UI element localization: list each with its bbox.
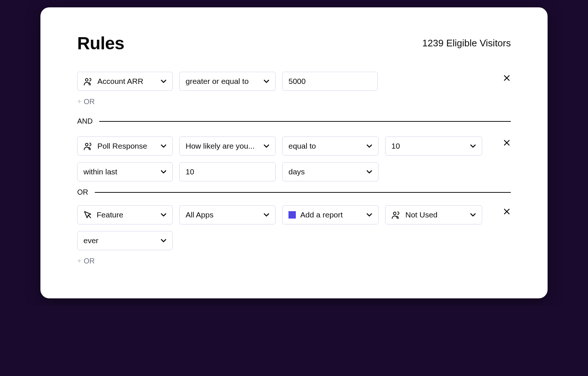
chevron-down-icon — [470, 144, 476, 148]
people-icon — [83, 77, 93, 85]
field-label: Feature — [97, 210, 156, 219]
chevron-down-icon — [161, 79, 166, 83]
svg-point-2 — [86, 79, 88, 81]
or-label: OR — [84, 257, 95, 265]
feature-selector[interactable]: Add a report — [282, 205, 379, 224]
field-selector[interactable]: Account ARR — [77, 72, 173, 91]
rules-card: Rules 1239 Eligible Visitors Account ARR… — [40, 7, 548, 298]
svg-point-5 — [86, 143, 88, 146]
remove-rule-button[interactable] — [503, 207, 511, 216]
close-icon — [503, 207, 511, 216]
or-divider: OR — [77, 188, 511, 196]
chevron-down-icon — [161, 144, 166, 148]
value-input[interactable]: 5000 — [282, 72, 378, 91]
operator-label: greater or equal to — [186, 77, 259, 86]
time-op-label: within last — [83, 167, 156, 176]
rule-group-2a: Poll Response How likely are you... equa… — [77, 136, 511, 181]
svg-line-8 — [88, 215, 91, 218]
cursor-icon — [83, 210, 92, 219]
time-value-input[interactable]: 10 — [179, 162, 276, 181]
and-divider: AND — [77, 117, 511, 125]
rule-row: Feature All Apps Add a report — [77, 205, 511, 224]
close-icon — [503, 74, 511, 82]
remove-rule-button[interactable] — [503, 139, 511, 147]
or-label: OR — [84, 97, 95, 106]
status-selector[interactable]: Not Used — [385, 205, 482, 224]
chevron-down-icon — [161, 213, 166, 217]
rule-group-1: Account ARR greater or equal to 5000 + O… — [77, 72, 511, 106]
scope-label: All Apps — [186, 210, 259, 219]
or-label: OR — [77, 188, 88, 196]
add-or-button[interactable]: + OR — [77, 97, 511, 106]
chevron-down-icon — [366, 144, 372, 148]
field-selector[interactable]: Feature — [77, 205, 173, 224]
visitors-count: 1239 Eligible Visitors — [422, 38, 511, 49]
rule-row: within last 10 days — [77, 162, 511, 181]
feature-label: Add a report — [300, 210, 362, 219]
field-label: Poll Response — [97, 142, 156, 150]
page-title: Rules — [77, 33, 124, 53]
chevron-down-icon — [366, 170, 372, 174]
time-value-label: 10 — [186, 167, 269, 176]
time-unit-selector[interactable]: days — [282, 162, 379, 181]
operator-label: equal to — [288, 142, 362, 150]
svg-point-9 — [394, 212, 396, 215]
question-label: How likely are you... — [186, 142, 259, 150]
value-label: 10 — [391, 142, 466, 150]
time-op-label: ever — [83, 236, 156, 245]
status-label: Not Used — [405, 210, 466, 219]
field-selector[interactable]: Poll Response — [77, 136, 173, 156]
plus-icon: + — [77, 257, 82, 265]
chevron-down-icon — [470, 213, 476, 217]
people-icon — [83, 142, 93, 150]
people-icon — [391, 211, 401, 219]
chevron-down-icon — [263, 144, 269, 148]
close-icon — [503, 139, 511, 147]
chevron-down-icon — [161, 170, 166, 174]
chevron-down-icon — [263, 213, 269, 217]
question-selector[interactable]: How likely are you... — [179, 136, 276, 156]
remove-rule-button[interactable] — [503, 74, 511, 82]
plus-icon: + — [77, 97, 82, 106]
value-label: 5000 — [288, 77, 372, 86]
header: Rules 1239 Eligible Visitors — [77, 33, 511, 53]
chevron-down-icon — [366, 213, 372, 217]
rule-row: Account ARR greater or equal to 5000 — [77, 72, 511, 91]
divider-line — [95, 192, 511, 193]
time-unit-label: days — [288, 167, 362, 176]
and-label: AND — [77, 117, 93, 125]
scope-selector[interactable]: All Apps — [179, 205, 276, 224]
value-selector[interactable]: 10 — [385, 136, 482, 156]
operator-selector[interactable]: equal to — [282, 136, 379, 156]
rule-group-2b: Feature All Apps Add a report — [77, 205, 511, 265]
rule-row: ever — [77, 231, 511, 250]
chevron-down-icon — [161, 239, 166, 242]
time-operator-selector[interactable]: within last — [77, 162, 173, 181]
field-label: Account ARR — [97, 77, 156, 86]
color-swatch — [288, 211, 296, 219]
add-or-button[interactable]: + OR — [77, 257, 511, 265]
chevron-down-icon — [263, 79, 269, 83]
time-operator-selector[interactable]: ever — [77, 231, 173, 250]
divider-line — [99, 121, 511, 122]
operator-selector[interactable]: greater or equal to — [179, 72, 276, 91]
rule-row: Poll Response How likely are you... equa… — [77, 136, 511, 156]
